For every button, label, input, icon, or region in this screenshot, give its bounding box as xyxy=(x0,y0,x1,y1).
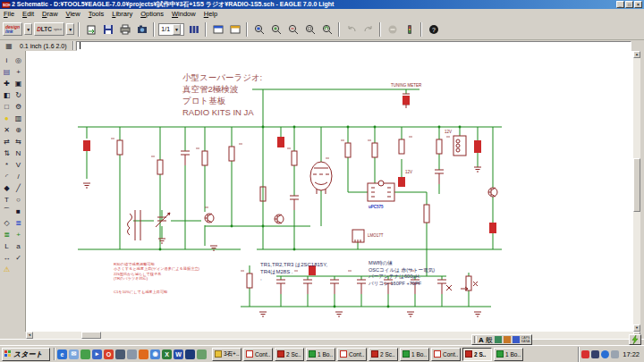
task-button[interactable]: Cont.. xyxy=(431,348,461,361)
media-player-icon[interactable]: ▸ xyxy=(92,349,102,359)
scroll-left-icon[interactable]: ◄ xyxy=(26,332,33,339)
ime-kind-button[interactable]: 般 xyxy=(486,335,493,345)
window-brd-button[interactable] xyxy=(227,22,242,37)
group-tool-icon[interactable]: □ xyxy=(1,101,13,113)
opera-icon[interactable]: O xyxy=(104,349,114,359)
ime-grip[interactable] xyxy=(474,336,477,343)
ime-dictionary-icon[interactable] xyxy=(513,336,520,343)
grid-button[interactable]: ▦ xyxy=(2,40,16,51)
undo-button[interactable] xyxy=(343,22,359,37)
firefox-icon[interactable] xyxy=(139,349,148,359)
save-button[interactable] xyxy=(100,22,115,37)
label-tool-icon[interactable]: L xyxy=(1,240,13,252)
help-button[interactable]: ? xyxy=(426,22,441,37)
mirror-tool-icon[interactable]: ◧ xyxy=(1,89,13,101)
tray-network-icon[interactable] xyxy=(611,350,619,358)
gateswap-tool-icon[interactable]: ⇅ xyxy=(1,147,13,159)
designlink-arrow-icon[interactable]: ▼ xyxy=(24,23,32,35)
ime-pad-icon[interactable] xyxy=(504,336,511,343)
ltcspice-arrow-icon[interactable]: ▼ xyxy=(66,23,74,35)
task-button[interactable]: 2 S.. xyxy=(462,348,492,361)
copy-tool-icon[interactable]: ▣ xyxy=(13,78,24,89)
my-computer-icon[interactable] xyxy=(127,349,137,359)
task-button[interactable]: Cont.. xyxy=(337,348,367,361)
scroll-down-icon[interactable]: ▼ xyxy=(633,324,640,332)
task-button[interactable]: 1 Bo.. xyxy=(400,348,429,361)
task-button[interactable]: 1 Bo.. xyxy=(494,348,523,361)
show-tool-icon[interactable]: ◎ xyxy=(13,55,24,66)
arc-tool-icon[interactable]: ⌒ xyxy=(1,206,13,217)
export-image-button[interactable] xyxy=(134,22,149,37)
close-button[interactable]: × xyxy=(634,1,642,8)
tray-red-badge-icon[interactable] xyxy=(581,350,589,358)
ime-language-bar[interactable]: A 般 CAPSKANA xyxy=(471,334,532,345)
pinswap-tool-icon[interactable]: ⇄ xyxy=(1,136,13,147)
erc-tool-icon[interactable]: ✓ xyxy=(13,252,24,264)
cut-tool-icon[interactable]: ● xyxy=(1,113,13,124)
designlink-dropdown[interactable]: design link xyxy=(3,22,22,36)
msn-icon[interactable] xyxy=(80,349,90,359)
menu-item[interactable]: Library xyxy=(112,10,132,18)
horizontal-scroll-thumb[interactable] xyxy=(81,332,101,339)
task-button[interactable]: 2 Sc.. xyxy=(369,348,398,361)
redo-button[interactable] xyxy=(360,22,376,37)
menu-item[interactable]: File xyxy=(4,10,14,18)
info-tool-icon[interactable]: i xyxy=(1,55,13,66)
minimize-button[interactable]: _ xyxy=(616,1,624,8)
bus-tool-icon[interactable]: ≣ xyxy=(13,217,24,229)
circle-tool-icon[interactable]: ○ xyxy=(13,194,24,206)
display-layers-icon[interactable]: ▤ xyxy=(1,66,13,78)
print-button[interactable] xyxy=(117,22,132,37)
go-button[interactable] xyxy=(402,22,417,37)
start-button[interactable]: スタート xyxy=(2,348,50,361)
errors-tool-icon[interactable]: ⚠ xyxy=(1,264,13,275)
change-tool-icon[interactable]: ⚙ xyxy=(13,101,24,113)
internet-explorer-icon[interactable]: e xyxy=(57,349,67,359)
sheet-selector[interactable]: 1/1 ▼ xyxy=(158,23,184,36)
menu-item[interactable]: Edit xyxy=(22,10,34,18)
task-button[interactable]: 3石+.. xyxy=(212,348,242,361)
title-bar[interactable]: SCH 2 Schematic - D:¥TOOL5¥EAGLE-7.0.0¥p… xyxy=(0,0,644,9)
zoom-in-button[interactable] xyxy=(268,22,284,37)
split-tool-icon[interactable]: / xyxy=(13,171,24,182)
menu-item[interactable]: View xyxy=(66,10,80,18)
show-desktop-icon[interactable] xyxy=(115,349,125,359)
net-tool-icon[interactable]: ≣ xyxy=(1,229,13,240)
value-tool-icon[interactable]: V xyxy=(13,159,24,171)
blank[interactable] xyxy=(13,264,24,275)
task-button[interactable]: 2 Sc.. xyxy=(275,348,304,361)
ime-caps-kana[interactable]: CAPSKANA xyxy=(521,336,530,343)
notification-lightning-icon[interactable] xyxy=(629,334,641,345)
media-center-icon[interactable]: ◉ xyxy=(150,349,160,359)
name-tool-icon[interactable]: N xyxy=(13,147,24,159)
attribute-tool-icon[interactable]: a xyxy=(13,240,24,252)
ime-mode-button[interactable]: A xyxy=(479,336,484,344)
open-button[interactable] xyxy=(83,22,98,37)
dimension-tool-icon[interactable]: ↔ xyxy=(1,252,13,264)
zoom-out-button[interactable] xyxy=(285,22,301,37)
junction-tool-icon[interactable]: + xyxy=(13,229,24,240)
thunderbird-icon[interactable] xyxy=(185,349,195,359)
ime-tools-icon[interactable] xyxy=(495,336,502,343)
vertical-scrollbar[interactable]: ▲ ▼ xyxy=(633,51,640,332)
rotate-tool-icon[interactable]: ↻ xyxy=(13,89,24,101)
paste-tool-icon[interactable]: ▥ xyxy=(13,113,24,124)
smash-tool-icon[interactable]: * xyxy=(1,159,13,171)
excel-icon[interactable]: X xyxy=(162,349,172,359)
mark-tool-icon[interactable]: + xyxy=(13,66,24,78)
tray-blue-round-icon[interactable] xyxy=(601,350,609,358)
wire-tool-icon[interactable]: ╱ xyxy=(13,182,24,194)
miter-tool-icon[interactable]: ◜ xyxy=(1,171,13,182)
menu-item[interactable]: Options xyxy=(140,10,164,18)
vertical-scroll-thumb[interactable] xyxy=(633,158,640,212)
maximize-button[interactable]: □ xyxy=(625,1,633,8)
move-tool-icon[interactable]: ✚ xyxy=(1,78,13,89)
menu-item[interactable]: Draw xyxy=(42,10,58,18)
polygon-tool-icon[interactable]: ◇ xyxy=(1,217,13,229)
mail-icon[interactable]: ✉ xyxy=(69,349,79,359)
rect-tool-icon[interactable]: ■ xyxy=(13,206,24,217)
replace-tool-icon[interactable]: ⇆ xyxy=(13,136,24,147)
zoom-redraw-button[interactable] xyxy=(319,22,335,37)
zoom-select-button[interactable] xyxy=(302,22,318,37)
menu-item[interactable]: Help xyxy=(204,10,217,18)
